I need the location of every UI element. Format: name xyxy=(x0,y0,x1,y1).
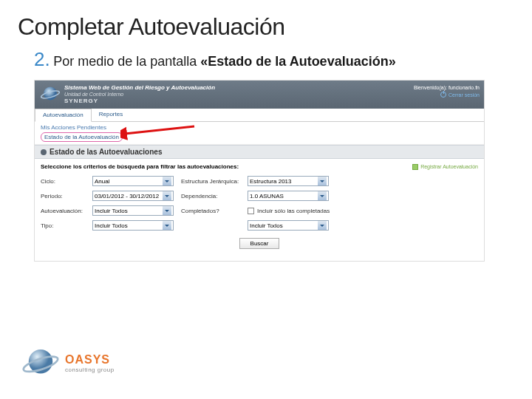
instruction-row: Seleccione los criterios de búsqueda par… xyxy=(35,159,484,173)
dependencia-label: Dependencia: xyxy=(181,193,248,200)
instruction-text: Seleccione los criterios de búsqueda par… xyxy=(41,163,239,170)
dependencia-value: 1.0 ASUNAS xyxy=(250,193,284,200)
logout-label: Cerrar sesión xyxy=(449,92,480,98)
bullet-icon xyxy=(41,149,47,155)
periodo-select[interactable]: 03/01/2012 - 30/12/2012 xyxy=(92,191,174,201)
chevron-down-icon xyxy=(318,221,327,230)
periodo-label: Periodo: xyxy=(41,193,92,200)
step-line: 2. Por medio de la pantalla «Estado de l… xyxy=(0,44,532,77)
register-label: Registrar Autoevaluación xyxy=(420,164,478,169)
filter-form: Ciclo: Anual Estructura Jerárquica: Estr… xyxy=(35,173,484,261)
tipo2-select[interactable]: Incluir Todos xyxy=(248,220,329,231)
submenu: Mis Acciones Pendientes Estado de la Aut… xyxy=(35,122,484,145)
app-header: Sistema Web de Gestión del Riesgo y Auto… xyxy=(35,81,484,109)
estructura-label: Estructura Jerárquica: xyxy=(181,178,248,185)
step-number: 2. xyxy=(34,48,50,70)
tipo2-value: Incluir Todos xyxy=(250,222,283,229)
oasys-planet-icon xyxy=(21,343,61,383)
chevron-down-icon xyxy=(318,191,327,200)
register-link[interactable]: Registrar Autoevaluación xyxy=(412,164,478,170)
logout-link[interactable]: Cerrar sesión xyxy=(414,92,480,98)
chevron-down-icon xyxy=(318,177,327,185)
logo-text: SYNERGY xyxy=(64,98,215,104)
synergy-logo-icon xyxy=(39,83,61,106)
app-logo-block: Sistema Web de Gestión del Riesgo y Auto… xyxy=(39,83,215,106)
periodo-value: 03/01/2012 - 30/12/2012 xyxy=(95,193,159,200)
step-text: Por medio de la pantalla «Estado de la A… xyxy=(53,54,396,69)
ciclo-select[interactable]: Anual xyxy=(92,176,174,186)
autoeval-label: Autoevaluación: xyxy=(41,208,92,214)
chevron-down-icon xyxy=(163,206,171,215)
tipo-label: Tipo: xyxy=(41,222,92,229)
page-header: Estado de las Autoevaluaciones xyxy=(35,145,484,159)
completados-checkbox[interactable] xyxy=(248,208,254,214)
power-icon xyxy=(440,92,446,98)
page-title: Estado de las Autoevaluaciones xyxy=(50,148,162,156)
header-right: Bienvenido(a): funcionario.fn Cerrar ses… xyxy=(414,85,480,98)
autoeval-value: Incluir Todos xyxy=(95,208,128,214)
tipo-select[interactable]: Incluir Todos xyxy=(92,220,174,231)
completados-chk-label: Incluir sólo las completadas xyxy=(257,208,330,214)
app-subtitle: Unidad de Control Interno xyxy=(64,92,215,98)
app-screenshot: Sistema Web de Gestión del Riesgo y Auto… xyxy=(34,80,485,262)
app-title: Sistema Web de Gestión del Riesgo y Auto… xyxy=(64,85,215,92)
submenu-estado[interactable]: Estado de la Autoevaluación xyxy=(41,132,123,142)
completados-label: Completados? xyxy=(181,208,248,214)
footer-tagline: consulting group xyxy=(65,366,115,373)
step-prefix: Por medio de la pantalla xyxy=(53,54,200,69)
chevron-down-icon xyxy=(163,221,171,230)
footer-logo: OASYS consulting group xyxy=(21,343,115,383)
step-bold: «Estado de la Autoevaluación» xyxy=(200,54,395,69)
slide-title: Completar Autoevaluación xyxy=(0,0,532,44)
estructura-value: Estructura 2013 xyxy=(250,178,291,185)
menubar: Autoevaluación Reportes xyxy=(35,109,484,122)
dependencia-select[interactable]: 1.0 ASUNAS xyxy=(248,191,329,201)
autoeval-select[interactable]: Incluir Todos xyxy=(92,205,174,216)
ciclo-value: Anual xyxy=(95,178,109,185)
chevron-down-icon xyxy=(163,177,171,185)
welcome-text: Bienvenido(a): funcionario.fn xyxy=(414,85,480,90)
chevron-down-icon xyxy=(163,191,171,200)
buscar-button[interactable]: Buscar xyxy=(239,238,280,249)
tab-autoevaluacion[interactable]: Autoevaluación xyxy=(35,109,92,122)
footer-brand: OASYS xyxy=(65,353,115,366)
tab-reportes[interactable]: Reportes xyxy=(92,109,130,121)
ciclo-label: Ciclo: xyxy=(41,178,92,185)
plus-icon xyxy=(412,164,418,170)
tipo-value: Incluir Todos xyxy=(95,222,128,229)
submenu-pendientes[interactable]: Mis Acciones Pendientes xyxy=(41,124,478,131)
estructura-select[interactable]: Estructura 2013 xyxy=(248,176,329,186)
